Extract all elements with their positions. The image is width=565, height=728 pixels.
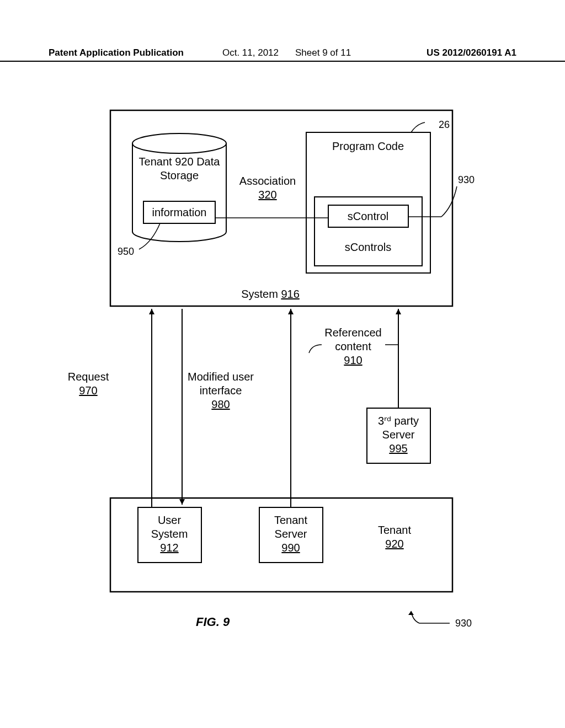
association-num: 320: [258, 189, 276, 201]
referenced-l1: Referenced: [324, 326, 381, 339]
callout-950-line: [139, 223, 160, 249]
callout-930a: 930: [458, 174, 475, 185]
third-party-l1: 3ʳᵈ party: [378, 415, 419, 427]
callout-930b-arrow: [408, 611, 450, 623]
svg-point-0: [132, 133, 226, 153]
modified-num: 980: [211, 398, 230, 410]
user-system-l1: User: [158, 514, 182, 526]
referenced-num: 910: [344, 354, 362, 366]
callout-26: 26: [439, 119, 450, 130]
user-system-num: 912: [160, 542, 178, 554]
scontrols-box: [315, 197, 422, 266]
callout-930b: 930: [455, 618, 472, 629]
information-label: information: [152, 206, 207, 218]
scontrols-label: sControls: [345, 241, 391, 253]
callout-26-line: [411, 122, 425, 132]
tenant-server-num: 990: [281, 542, 300, 554]
storage-line1: Tenant 920 Data: [139, 156, 221, 168]
request-label: Request: [68, 371, 109, 383]
third-party-l2: Server: [382, 429, 415, 441]
user-system-l2: System: [151, 528, 188, 540]
patent-diagram: System 916 Tenant 920 Data Storage infor…: [0, 0, 565, 728]
system-label: System 916: [241, 288, 300, 300]
tenant-data-storage: Tenant 920 Data Storage information: [132, 133, 226, 242]
scontrol-label: sControl: [348, 210, 388, 222]
callout-930a-curve: [441, 186, 457, 217]
request-num: 970: [79, 384, 97, 397]
referenced-l2: content: [335, 340, 371, 352]
storage-line2: Storage: [160, 169, 199, 181]
tenant-server-l2: Server: [275, 528, 307, 540]
modified-l1: Modified user: [188, 371, 254, 383]
figure-title: FIG. 9: [196, 615, 230, 629]
tenant-num: 920: [385, 538, 403, 550]
modified-l2: interface: [200, 384, 242, 397]
referenced-left-hook: [309, 345, 322, 353]
callout-950: 950: [118, 246, 134, 257]
tenant-l1: Tenant: [378, 524, 411, 536]
program-code-label: Program Code: [332, 140, 404, 152]
third-party-num: 995: [389, 442, 407, 454]
association-label: Association: [239, 175, 296, 187]
tenant-server-l1: Tenant: [274, 514, 307, 526]
